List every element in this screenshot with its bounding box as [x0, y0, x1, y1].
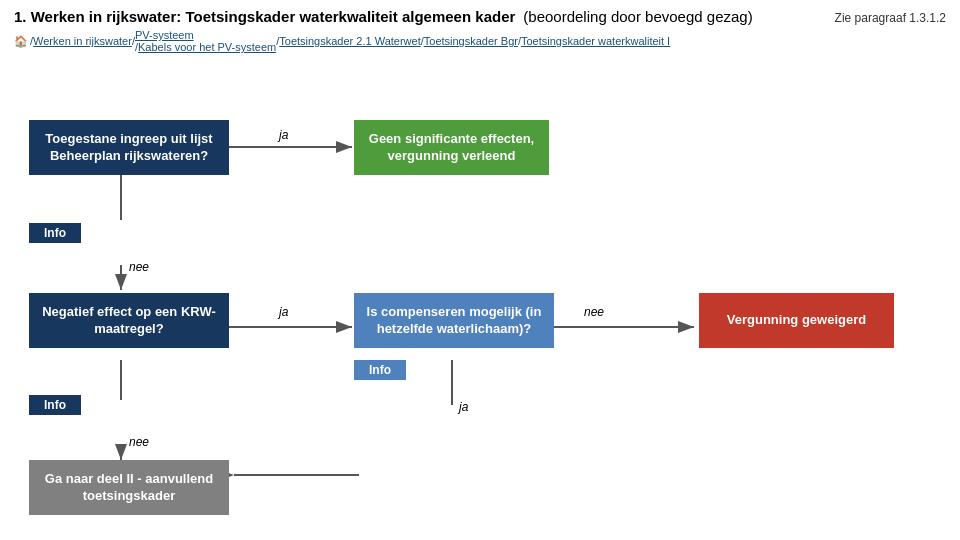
- box2-label: Geen significante effecten, vergunning v…: [366, 131, 537, 165]
- info3-label: Info: [369, 363, 391, 377]
- breadcrumb-link-3[interactable]: Kabels voor het PV-systeem: [138, 41, 276, 53]
- home-icon: 🏠: [14, 35, 28, 48]
- box-negatief-effect[interactable]: Negatief effect op een KRW-maatregel?: [29, 293, 229, 348]
- info-badge-3[interactable]: Info: [354, 360, 406, 380]
- page-title: 1. Werken in rijkswater: Toetsingskader …: [14, 8, 515, 25]
- title-note: Zie paragraaf 1.3.1.2: [835, 11, 946, 25]
- page-title-sub: (beoordeling door bevoegd gezag): [523, 8, 752, 25]
- breadcrumb-link-6[interactable]: Toetsingskader waterkwaliteit I: [521, 35, 670, 47]
- box-compenseren[interactable]: Is compenseren mogelijk (in hetzelfde wa…: [354, 293, 554, 348]
- info1-label: Info: [44, 226, 66, 240]
- box6-label: Ga naar deel II - aanvullend toetsingska…: [41, 471, 217, 505]
- box4-label: Is compenseren mogelijk (in hetzelfde wa…: [366, 304, 542, 338]
- breadcrumb-link-5[interactable]: Toetsingskader Bgr: [424, 35, 518, 47]
- box-vergunning-geweigerd[interactable]: Vergunning geweigerd: [699, 293, 894, 348]
- ja-label-3: ja: [459, 400, 468, 414]
- box1-label: Toegestane ingreep uit lijst Beheerplan …: [41, 131, 217, 165]
- breadcrumb-row-2: / Kabels voor het PV-systeem: [135, 41, 276, 53]
- breadcrumb-link-1[interactable]: Werken in rijkswater: [33, 35, 132, 47]
- breadcrumb: 🏠 / Werken in rijkswater / PV-systeem / …: [14, 29, 946, 53]
- title-row: 1. Werken in rijkswater: Toetsingskader …: [14, 8, 946, 25]
- box-geen-significante[interactable]: Geen significante effecten, vergunning v…: [354, 120, 549, 175]
- nee-label-2: nee: [129, 435, 149, 449]
- page: 1. Werken in rijkswater: Toetsingskader …: [0, 0, 960, 475]
- flow-diagram: Toegestane ingreep uit lijst Beheerplan …: [14, 65, 954, 465]
- box3-label: Negatief effect op een KRW-maatregel?: [41, 304, 217, 338]
- breadcrumb-link-4[interactable]: Toetsingskader 2.1 Waterwet: [279, 35, 420, 47]
- nee-label-1: nee: [129, 260, 149, 274]
- box-toegestane-ingreep[interactable]: Toegestane ingreep uit lijst Beheerplan …: [29, 120, 229, 175]
- ja-label-2: ja: [279, 305, 288, 319]
- info2-label: Info: [44, 398, 66, 412]
- nee-label-3: nee: [584, 305, 604, 319]
- breadcrumb-row-1: PV-systeem: [135, 29, 276, 41]
- info-badge-1[interactable]: Info: [29, 223, 81, 243]
- box5-label: Vergunning geweigerd: [727, 312, 866, 329]
- breadcrumb-link-2[interactable]: PV-systeem: [135, 29, 194, 41]
- info-badge-2[interactable]: Info: [29, 395, 81, 415]
- breadcrumb-col: PV-systeem / Kabels voor het PV-systeem: [135, 29, 276, 53]
- arrow-box6-left: [229, 460, 359, 490]
- ja-label-1: ja: [279, 128, 288, 142]
- box-deel-ii[interactable]: Ga naar deel II - aanvullend toetsingska…: [29, 460, 229, 515]
